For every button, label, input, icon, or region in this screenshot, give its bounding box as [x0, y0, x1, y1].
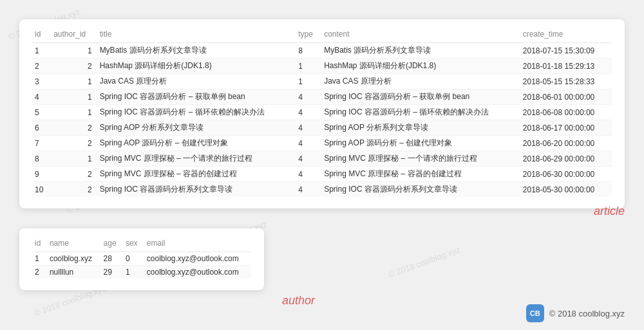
table-cell: 2018-06-08 00:00:00	[520, 105, 612, 120]
col-sex: sex	[123, 237, 144, 252]
table-row: 92Spring MVC 原理探秘 – 容器的创建过程4Spring MVC 原…	[32, 167, 612, 182]
table-cell: 6	[32, 120, 51, 136]
col-title: title	[97, 28, 296, 43]
table-cell: 1	[32, 252, 47, 266]
table-cell: 1	[296, 74, 321, 89]
col-create-time: create_time	[520, 28, 612, 43]
table-cell: 4	[296, 167, 321, 182]
table-cell: Spring MVC 原理探秘 – 一个请求的旅行过程	[97, 151, 296, 167]
table-cell: 2018-06-17 00:00:00	[520, 120, 612, 136]
article-table: id author_id title type content create_t…	[32, 28, 612, 197]
table-row: 31Java CAS 原理分析1Java CAS 原理分析2018-05-15 …	[32, 74, 612, 89]
table-cell: 2	[51, 136, 97, 151]
footer: CB © 2018 coolblog.xyz	[526, 304, 625, 322]
table-cell: 2018-06-30 00:00:00	[520, 167, 612, 182]
article-table-card: id author_id title type content create_t…	[19, 19, 625, 208]
table-cell: 2018-06-20 00:00:00	[520, 136, 612, 151]
table-cell: Spring MVC 原理探秘 – 容器的创建过程	[97, 167, 296, 182]
table-row: 72Spring AOP 源码分析 – 创建代理对象4Spring AOP 源码…	[32, 136, 612, 151]
table-cell: 1	[296, 59, 321, 74]
col-id: id	[32, 237, 47, 252]
table-cell: Spring IOC 容器源码分析系列文章导读	[321, 182, 520, 197]
table-cell: 2	[32, 266, 47, 279]
table-cell: 9	[32, 167, 51, 182]
table-cell: 2018-06-29 00:00:00	[520, 151, 612, 167]
table-row: 51Spring IOC 容器源码分析 – 循环依赖的解决办法4Spring I…	[32, 105, 612, 120]
table-cell: Spring IOC 容器源码分析 – 循环依赖的解决办法	[321, 105, 520, 120]
table-cell: 2	[51, 120, 97, 136]
author-label: author	[277, 293, 320, 309]
table-cell: Spring MVC 原理探秘 – 一个请求的旅行过程	[321, 151, 520, 167]
table-cell: Spring IOC 容器源码分析 – 获取单例 bean	[321, 89, 520, 105]
col-email: email	[144, 237, 251, 252]
footer-text: © 2018 coolblog.xyz	[549, 309, 625, 318]
table-cell: 8	[296, 43, 321, 59]
table-cell: 4	[296, 136, 321, 151]
table-row: 41Spring IOC 容器源码分析 – 获取单例 bean4Spring I…	[32, 89, 612, 105]
table-cell: 1	[51, 89, 97, 105]
table-cell: 2	[51, 59, 97, 74]
table-cell: 7	[32, 136, 51, 151]
table-cell: 2	[32, 59, 51, 74]
table-row: 22HashMap 源码详细分析(JDK1.8)1HashMap 源码详细分析(…	[32, 59, 612, 74]
table-cell: 4	[32, 89, 51, 105]
col-content: content	[321, 28, 520, 43]
table-cell: 10	[32, 182, 51, 197]
table-cell: MyBatis 源码分析系列文章导读	[97, 43, 296, 59]
table-cell: 4	[296, 120, 321, 136]
table-cell: nullllun	[47, 266, 101, 279]
col-age: age	[101, 237, 123, 252]
table-cell: 2018-01-18 15:29:13	[520, 59, 612, 74]
table-row: 1coolblog.xyz280coolblog.xyz@outlook.com	[32, 252, 251, 266]
table-cell: 3	[32, 74, 51, 89]
table-cell: coolblog.xyz@outlook.com	[144, 252, 251, 266]
table-cell: 28	[101, 252, 123, 266]
table-cell: Spring IOC 容器源码分析 – 获取单例 bean	[97, 89, 296, 105]
table-cell: 1	[32, 43, 51, 59]
table-cell: coolblog.xyz@outlook.com	[144, 266, 251, 279]
table-cell: Java CAS 原理分析	[321, 74, 520, 89]
col-type: type	[296, 28, 321, 43]
table-cell: 1	[51, 105, 97, 120]
table-cell: HashMap 源码详细分析(JDK1.8)	[97, 59, 296, 74]
table-cell: 1	[51, 43, 97, 59]
table-cell: 2018-07-15 15:30:09	[520, 43, 612, 59]
table-cell: 0	[123, 252, 144, 266]
table-cell: 5	[32, 105, 51, 120]
table-cell: Spring AOP 分析系列文章导读	[321, 120, 520, 136]
table-cell: 2	[51, 182, 97, 197]
author-table-card: id name age sex email 1coolblog.xyz280co…	[19, 228, 264, 290]
table-cell: 4	[296, 182, 321, 197]
table-row: 81Spring MVC 原理探秘 – 一个请求的旅行过程4Spring MVC…	[32, 151, 612, 167]
table-cell: MyBatis 源码分析系列文章导读	[321, 43, 520, 59]
table-cell: 2	[51, 167, 97, 182]
table-row: 11MyBatis 源码分析系列文章导读8MyBatis 源码分析系列文章导读2…	[32, 43, 612, 59]
table-row: 2nullllun291coolblog.xyz@outlook.com	[32, 266, 251, 279]
cb-logo: CB	[526, 304, 544, 322]
col-name: name	[47, 237, 101, 252]
col-author-id: author_id	[51, 28, 97, 43]
table-cell: 4	[296, 151, 321, 167]
table-cell: coolblog.xyz	[47, 252, 101, 266]
table-cell: 1	[51, 74, 97, 89]
table-cell: 29	[101, 266, 123, 279]
table-cell: Spring IOC 容器源码分析系列文章导读	[97, 182, 296, 197]
table-cell: 4	[296, 89, 321, 105]
table-cell: Spring MVC 原理探秘 – 容器的创建过程	[321, 167, 520, 182]
table-cell: 2018-05-15 15:28:33	[520, 74, 612, 89]
col-id: id	[32, 28, 51, 43]
article-label: article	[594, 205, 625, 218]
table-cell: 1	[51, 151, 97, 167]
table-cell: 1	[123, 266, 144, 279]
table-cell: Java CAS 原理分析	[97, 74, 296, 89]
table-cell: 2018-05-30 00:00:00	[520, 182, 612, 197]
table-cell: 8	[32, 151, 51, 167]
table-cell: HashMap 源码详细分析(JDK1.8)	[321, 59, 520, 74]
table-cell: Spring AOP 源码分析 – 创建代理对象	[321, 136, 520, 151]
table-row: 62Spring AOP 分析系列文章导读4Spring AOP 分析系列文章导…	[32, 120, 612, 136]
table-cell: Spring AOP 分析系列文章导读	[97, 120, 296, 136]
table-row: 102Spring IOC 容器源码分析系列文章导读4Spring IOC 容器…	[32, 182, 612, 197]
table-cell: Spring IOC 容器源码分析 – 循环依赖的解决办法	[97, 105, 296, 120]
author-table: id name age sex email 1coolblog.xyz280co…	[32, 237, 251, 279]
table-cell: 2018-06-01 00:00:00	[520, 89, 612, 105]
